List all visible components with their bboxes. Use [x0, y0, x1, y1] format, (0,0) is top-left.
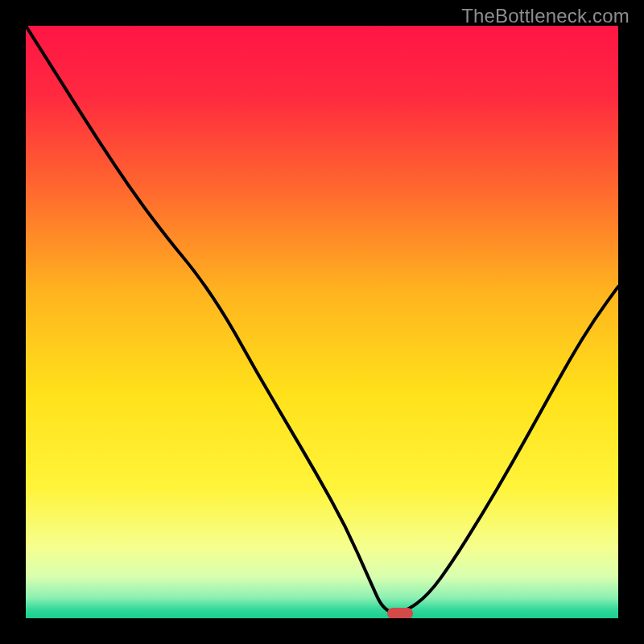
plot-area — [26, 26, 618, 618]
minimum-marker — [387, 608, 413, 618]
chart-frame: TheBottleneck.com — [0, 0, 644, 644]
bottleneck-curve — [26, 26, 618, 618]
watermark-text: TheBottleneck.com — [461, 5, 630, 27]
